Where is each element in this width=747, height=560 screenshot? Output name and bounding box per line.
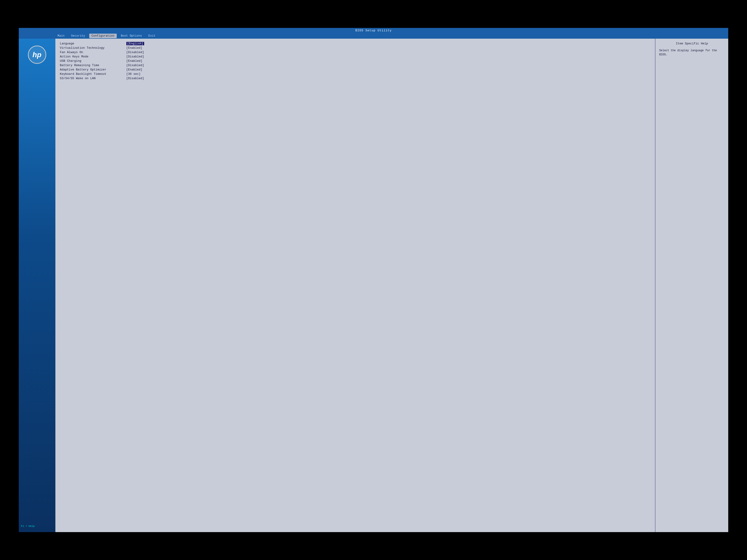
- hp-logo: hp: [28, 46, 46, 64]
- nav-tab-boot-options[interactable]: Boot Options: [119, 34, 144, 38]
- setting-row[interactable]: Battery Remaining Time[Disabled]: [60, 63, 651, 67]
- setting-row[interactable]: USB Charging[Enabled]: [60, 59, 651, 63]
- setting-value[interactable]: [Enabled]: [126, 68, 143, 71]
- setting-row[interactable]: Fan Always On[Disabled]: [60, 51, 651, 54]
- nav-tab-exit[interactable]: Exit: [146, 34, 158, 38]
- bios-inner: Language[English]Virtualization Technolo…: [55, 39, 728, 532]
- setting-label: S3/S4/S5 Wake on LAN: [60, 77, 126, 80]
- bios-title-bar: BIOS Setup Utility: [19, 28, 728, 33]
- setting-row[interactable]: S3/S4/S5 Wake on LAN[Disabled]: [60, 77, 651, 80]
- f1-help-label: F1 = Help: [21, 525, 34, 528]
- bios-panel: Language[English]Virtualization Technolo…: [55, 39, 728, 532]
- setting-value[interactable]: [Disabled]: [126, 63, 144, 67]
- setting-label: Fan Always On: [60, 51, 126, 54]
- setting-value[interactable]: [English]: [126, 42, 144, 45]
- nav-tabs-bar: MainSecurityConfigurationBoot OptionsExi…: [19, 33, 728, 39]
- setting-label: Battery Remaining Time: [60, 63, 126, 67]
- sidebar: hp F1 = Help: [19, 39, 55, 532]
- bios-title: BIOS Setup Utility: [355, 29, 392, 32]
- nav-tab-security[interactable]: Security: [69, 34, 87, 38]
- settings-list: Language[English]Virtualization Technolo…: [55, 39, 655, 532]
- setting-label: Action Keys Mode: [60, 55, 126, 58]
- hp-logo-text: hp: [32, 51, 42, 59]
- setting-label: Keyboard Backlight Timeout: [60, 72, 126, 76]
- setting-value[interactable]: [Disabled]: [126, 55, 144, 58]
- setting-value[interactable]: [Disabled]: [126, 51, 144, 54]
- help-text: Select the display language for the BIOS…: [659, 49, 725, 57]
- nav-tab-main[interactable]: Main: [55, 34, 67, 38]
- setting-label: Virtualization Technology: [60, 46, 126, 50]
- setting-value[interactable]: [Disabled]: [126, 77, 144, 80]
- setting-row[interactable]: Keyboard Backlight Timeout[30 sec]: [60, 72, 651, 76]
- bios-screen: BIOS Setup Utility MainSecurityConfigura…: [19, 28, 728, 532]
- setting-row[interactable]: Adaptive Battery Optimizer[Enabled]: [60, 68, 651, 71]
- main-content: hp F1 = Help Language[English]Virtualiza…: [19, 39, 728, 532]
- setting-value[interactable]: [Enabled]: [126, 46, 143, 50]
- setting-label: USB Charging: [60, 59, 126, 63]
- help-title: Item Specific Help: [659, 42, 725, 45]
- setting-row[interactable]: Language[English]: [60, 42, 651, 45]
- setting-value[interactable]: [30 sec]: [126, 72, 140, 76]
- setting-row[interactable]: Virtualization Technology[Enabled]: [60, 46, 651, 50]
- setting-row[interactable]: Action Keys Mode[Disabled]: [60, 55, 651, 58]
- nav-tab-configuration[interactable]: Configuration: [89, 34, 117, 38]
- setting-value[interactable]: [Enabled]: [126, 59, 143, 63]
- setting-label: Adaptive Battery Optimizer: [60, 68, 126, 71]
- help-panel: Item Specific Help Select the display la…: [655, 39, 728, 532]
- setting-label: Language: [60, 42, 126, 45]
